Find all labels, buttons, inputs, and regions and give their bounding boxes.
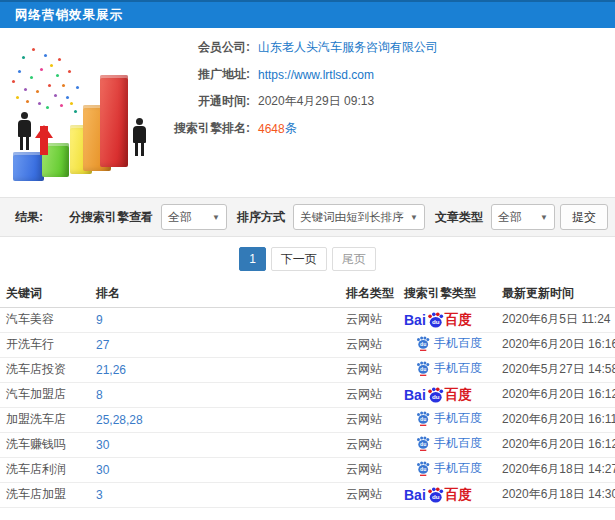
keyword-cell: 加盟洗车店 (0, 407, 96, 432)
mobile-baidu-text: 手机百度 (434, 460, 482, 477)
mobile-baidu-paw-icon: du (416, 361, 430, 376)
engine-cell: Bai du 百度 du (404, 357, 502, 382)
updated-cell: 2020年6月5日 11:24 (502, 307, 615, 332)
rank-count-value: 4648 (258, 122, 285, 136)
filter-controls: 分搜索引擎查看 全部 ▼ 排序方式 关键词由短到长排序 ▼ 文章类型 全部 ▼ … (64, 204, 608, 230)
baidu-logo: Bai du 百度 (404, 486, 472, 504)
rank-type-cell: 云网站 (346, 457, 404, 482)
company-link[interactable]: 山东老人头汽车服务咨询有限公司 (258, 39, 438, 56)
keyword-cell: 汽车加盟店 (0, 382, 96, 407)
table-row: 汽车美容 9 云网站 Bai du 百度 (0, 307, 615, 332)
engine-filter-label: 分搜索引擎查看 (69, 209, 153, 226)
company-info: 会员公司: 山东老人头汽车服务咨询有限公司 推广地址: https://www.… (150, 34, 438, 142)
baidu-logo-cn-text: 百度 (445, 386, 472, 404)
info-row-company: 会员公司: 山东老人头汽车服务咨询有限公司 (150, 34, 438, 61)
rank-link[interactable]: 8 (96, 382, 346, 407)
svg-text:du: du (420, 341, 426, 347)
mobile-baidu-logo: du 手机百度 (416, 460, 482, 477)
keyword-cell: 开洗车行 (0, 332, 96, 357)
filter-bar: 结果: 分搜索引擎查看 全部 ▼ 排序方式 关键词由短到长排序 ▼ 文章类型 全… (0, 197, 615, 237)
table-row: 开洗车行 27 云网站 Bai du 百度 (0, 332, 615, 357)
sort-select-value: 关键词由短到长排序 (300, 210, 404, 225)
baidu-logo: Bai du 百度 (404, 386, 472, 404)
mobile-baidu-logo: du 手机百度 (416, 335, 482, 352)
rank-count-suffix: 条 (285, 120, 297, 137)
updated-cell: 2020年6月18日 14:27 (502, 457, 615, 482)
keyword-cell: 汽车美容 (0, 307, 96, 332)
keyword-cell: 洗车店加盟 (0, 482, 96, 507)
info-row-open-time: 开通时间: 2020年4月29日 09:13 (150, 88, 438, 115)
rank-link[interactable]: 30 (96, 457, 346, 482)
mobile-baidu-paw-icon: du (416, 461, 430, 476)
svg-text:du: du (432, 493, 440, 500)
engine-cell: Bai du 百度 du (404, 382, 502, 407)
businessman-figure-right (133, 118, 146, 156)
header-updated: 最新更新时间 (502, 281, 615, 307)
rank-link[interactable]: 27 (96, 332, 346, 357)
engine-cell: Bai du 百度 du (404, 457, 502, 482)
updated-cell: 2020年6月20日 16:12 (502, 432, 615, 457)
chevron-down-icon: ▼ (410, 213, 418, 222)
rank-link[interactable]: 25,28,28 (96, 407, 346, 432)
table-row: 洗车店投资 21,26 云网站 Bai du 百度 (0, 357, 615, 382)
table-row: 洗车店加盟 3 云网站 Bai du 百度 (0, 482, 615, 507)
rank-link[interactable]: 30 (96, 432, 346, 457)
updated-cell: 2020年6月20日 16:16 (502, 332, 615, 357)
article-type-select[interactable]: 全部 ▼ (491, 204, 555, 230)
promo-url-link[interactable]: https://www.lrtlsd.com (258, 68, 374, 82)
marketing-report-page: 网络营销效果展示 会员公司: 山东老人头汽车服务 (0, 0, 615, 520)
rank-type-cell: 云网站 (346, 407, 404, 432)
rank-type-cell: 云网站 (346, 482, 404, 507)
header-keyword: 关键词 (0, 281, 96, 307)
results-table: 关键词 排名 排名类型 搜索引擎类型 最新更新时间 汽车美容 9 云网站 Bai (0, 281, 615, 508)
mobile-baidu-paw-icon: du (416, 336, 430, 351)
promo-url-label: 推广地址: (150, 66, 250, 83)
rank-type-cell: 云网站 (346, 357, 404, 382)
svg-text:du: du (432, 393, 440, 400)
table-row: 洗车店利润 30 云网站 Bai du 百度 (0, 457, 615, 482)
svg-text:du: du (420, 416, 426, 422)
updated-cell: 2020年6月20日 16:11 (502, 407, 615, 432)
svg-text:du: du (420, 466, 426, 472)
next-page-button[interactable]: 下一页 (271, 247, 327, 271)
rank-link[interactable]: 9 (96, 307, 346, 332)
keyword-cell: 洗车赚钱吗 (0, 432, 96, 457)
engine-cell: Bai du 百度 du (404, 432, 502, 457)
baidu-logo-bai-text: Bai (404, 487, 426, 503)
table-row: 洗车赚钱吗 30 云网站 Bai du 百度 (0, 432, 615, 457)
open-time-label: 开通时间: (150, 93, 250, 110)
table-row: 汽车加盟店 8 云网站 Bai du 百度 (0, 382, 615, 407)
mobile-baidu-text: 手机百度 (434, 435, 482, 452)
rank-link[interactable]: 21,26 (96, 357, 346, 382)
article-type-select-value: 全部 (498, 209, 522, 226)
mobile-baidu-paw-icon: du (416, 436, 430, 451)
chart-bar-red (100, 75, 128, 167)
info-row-url: 推广地址: https://www.lrtlsd.com (150, 61, 438, 88)
engine-cell: Bai du 百度 du (404, 407, 502, 432)
mobile-baidu-logo: du 手机百度 (416, 360, 482, 377)
last-page-button[interactable]: 尾页 (332, 247, 376, 271)
baidu-paw-icon: du (427, 312, 444, 328)
company-label: 会员公司: (150, 39, 250, 56)
page-title: 网络营销效果展示 (15, 7, 123, 24)
rank-count-label: 搜索引擎排名: (150, 120, 250, 137)
sort-select[interactable]: 关键词由短到长排序 ▼ (293, 204, 425, 230)
header-engine-type: 搜索引擎类型 (404, 281, 502, 307)
svg-text:du: du (420, 441, 426, 447)
engine-select[interactable]: 全部 ▼ (161, 204, 227, 230)
updated-cell: 2020年6月20日 16:12 (502, 382, 615, 407)
confetti-dots (10, 40, 13, 43)
result-label: 结果: (15, 209, 43, 226)
chevron-down-icon: ▼ (540, 213, 548, 222)
engine-cell: Bai du 百度 du (404, 332, 502, 357)
rank-link[interactable]: 3 (96, 482, 346, 507)
svg-text:du: du (420, 366, 426, 372)
mobile-baidu-logo: du 手机百度 (416, 435, 482, 452)
mobile-baidu-text: 手机百度 (434, 360, 482, 377)
page-1-button[interactable]: 1 (239, 247, 266, 271)
results-table-wrap: 关键词 排名 排名类型 搜索引擎类型 最新更新时间 汽车美容 9 云网站 Bai (0, 281, 615, 508)
keyword-cell: 洗车店利润 (0, 457, 96, 482)
submit-button[interactable]: 提交 (560, 204, 608, 230)
open-time-value: 2020年4月29日 09:13 (258, 93, 374, 110)
baidu-logo-cn-text: 百度 (445, 486, 472, 504)
